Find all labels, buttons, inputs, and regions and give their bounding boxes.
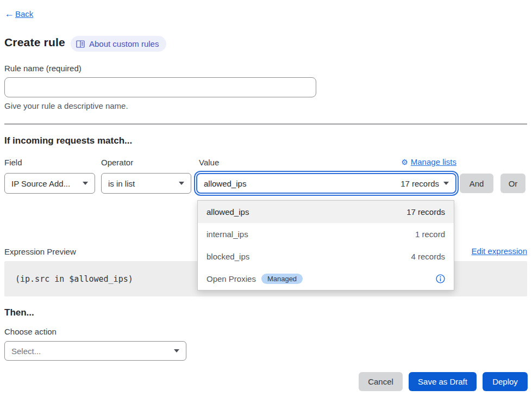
action-select[interactable]: Select... [4,341,186,361]
rule-name-input[interactable] [4,77,316,97]
chevron-down-icon [83,182,88,185]
info-icon[interactable] [436,274,445,283]
value-select-name: allowed_ips [204,179,246,188]
list-option-records: 4 records [411,252,445,261]
about-custom-rules-label: About custom rules [89,39,159,48]
gear-icon: ⚙ [401,158,408,166]
operator-column-label: Operator [101,158,133,167]
deploy-button[interactable]: Deploy [483,372,528,391]
or-button[interactable]: Or [500,174,525,193]
create-rule-page: ←Back Create rule About custom rules Rul… [0,0,532,402]
book-icon [76,40,85,48]
operator-select-value: is in list [108,179,135,188]
match-section-heading: If incoming requests match... [4,135,132,146]
manage-lists-label: Manage lists [411,157,456,166]
manage-lists-link[interactable]: ⚙ Manage lists [401,157,456,166]
field-select[interactable]: IP Source Add... [4,173,95,194]
edit-expression-link[interactable]: Edit expression [471,246,527,256]
field-select-value: IP Source Add... [11,179,70,188]
list-option-name: internal_ips [206,230,248,239]
list-dropdown-panel: allowed_ips 17 records internal_ips 1 re… [197,200,454,290]
list-option-allowed-ips[interactable]: allowed_ips 17 records [198,201,454,223]
field-column-label: Field [4,158,22,167]
action-select-placeholder: Select... [11,347,41,356]
page-title: Create rule [4,36,65,49]
list-option-name: blocked_ips [206,252,249,261]
back-arrow-icon: ← [4,9,14,18]
chevron-down-icon [443,182,449,185]
save-as-draft-button[interactable]: Save as Draft [409,372,477,391]
list-option-records: 1 record [415,230,445,239]
list-option-name: Open Proxies [206,274,256,283]
value-column-label: Value [199,158,219,167]
list-option-records: 17 records [406,207,445,217]
value-select[interactable]: allowed_ips 17 records [196,173,456,194]
expression-code: (ip.src in $allowed_ips) [15,274,133,284]
value-select-records: 17 records [400,179,439,188]
expression-preview-label: Expression Preview [4,247,76,256]
and-button[interactable]: And [460,174,493,193]
list-option-internal-ips[interactable]: internal_ips 1 record [198,223,454,245]
cancel-button[interactable]: Cancel [359,372,403,391]
operator-select[interactable]: is in list [101,173,191,194]
list-option-open-proxies[interactable]: Open Proxies Managed [198,268,454,290]
choose-action-label: Choose action [4,327,57,336]
chevron-down-icon [174,349,179,352]
managed-badge: Managed [261,274,303,284]
back-link-label: Back [15,9,33,18]
list-option-name: allowed_ips [206,207,249,217]
rule-name-label: Rule name (required) [4,64,82,73]
chevron-down-icon [179,182,184,185]
rule-name-help-text: Give your rule a descriptive name. [4,101,128,110]
back-link[interactable]: ←Back [4,9,33,18]
then-section-heading: Then... [4,307,34,318]
section-divider [4,123,527,125]
about-custom-rules-link[interactable]: About custom rules [71,36,166,52]
list-option-blocked-ips[interactable]: blocked_ips 4 records [198,245,454,268]
